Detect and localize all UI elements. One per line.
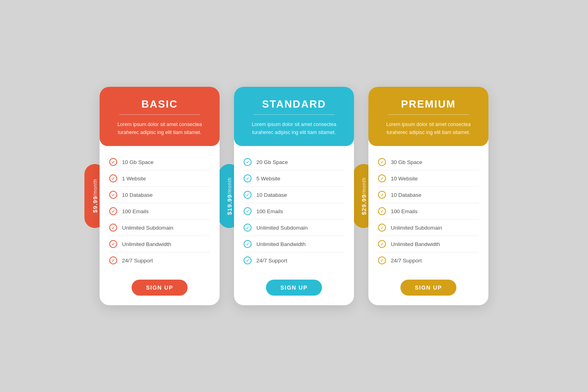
header-divider-basic (119, 114, 200, 115)
list-item: ✓ 1 Website (109, 170, 210, 187)
feature-label: 1 Website (122, 176, 146, 182)
list-item: ✓ Unlimited Subdomain (378, 220, 479, 236)
list-item: ✓ 100 Emails (244, 203, 344, 220)
list-item: ✓ 24/7 Support (244, 252, 344, 268)
card-body-basic: ✓ 10 Gb Space ✓ 1 Website ✓ 10 Database … (100, 146, 220, 305)
pricing-card-basic: BASIC Lorem ipsum dolor sit amet consect… (100, 87, 220, 305)
check-icon: ✓ (244, 240, 252, 248)
check-icon: ✓ (378, 191, 386, 199)
plan-description-premium: Lorem ipsum dolor sit amet consectea tur… (378, 120, 479, 136)
check-icon: ✓ (109, 191, 117, 199)
list-item: ✓ 10 Website (378, 170, 479, 187)
list-item: ✓ 20 Gb Space (244, 154, 344, 170)
feature-label: Unlimited Bandwidth (256, 241, 306, 247)
signup-button-standard[interactable]: SIGN UP (266, 280, 322, 296)
card-body-standard: ✓ 20 Gb Space ✓ 5 Website ✓ 10 Database … (234, 146, 354, 305)
check-icon: ✓ (378, 158, 386, 166)
feature-label: 24/7 Support (391, 258, 422, 264)
list-item: ✓ Unlimited Bandwidth (109, 236, 210, 252)
signup-button-basic[interactable]: SIGN UP (132, 280, 188, 296)
feature-label: 24/7 Support (122, 258, 153, 264)
feature-label: Unlimited Subdomain (256, 225, 308, 231)
plan-wrapper-premium: $29.99/month PREMIUM Lorem ipsum dolor s… (368, 87, 488, 305)
list-item: ✓ 24/7 Support (109, 252, 210, 268)
plan-name-standard: STANDARD (244, 98, 344, 110)
list-item: ✓ 100 Emails (109, 203, 210, 220)
check-icon: ✓ (378, 256, 386, 264)
feature-label: 10 Database (256, 192, 287, 198)
feature-label: Unlimited Bandwidth (391, 241, 440, 247)
feature-label: Unlimited Bandwidth (122, 241, 171, 247)
card-header-basic: BASIC Lorem ipsum dolor sit amet consect… (100, 87, 220, 146)
check-icon: ✓ (244, 191, 252, 199)
pricing-card-premium: PREMIUM Lorem ipsum dolor sit amet conse… (368, 87, 488, 305)
feature-label: 100 Emails (256, 208, 283, 214)
list-item: ✓ Unlimited Bandwidth (378, 236, 479, 252)
check-icon: ✓ (378, 207, 386, 215)
plan-wrapper-standard: $19.99/month STANDARD Lorem ipsum dolor … (234, 87, 354, 305)
feature-label: 10 Gb Space (122, 159, 154, 165)
check-icon: ✓ (244, 224, 252, 232)
card-body-premium: ✓ 30 Gb Space ✓ 10 Website ✓ 10 Database… (368, 146, 488, 305)
feature-label: 24/7 Support (256, 258, 287, 264)
feature-label: 10 Database (122, 192, 153, 198)
list-item: ✓ 5 Website (244, 170, 344, 187)
list-item: ✓ 24/7 Support (378, 252, 479, 268)
plan-wrapper-basic: $9.99/month BASIC Lorem ipsum dolor sit … (100, 87, 220, 305)
check-icon: ✓ (109, 174, 117, 182)
list-item: ✓ 10 Gb Space (109, 154, 210, 170)
feature-label: 30 Gb Space (391, 159, 422, 165)
list-item: ✓ 10 Database (378, 187, 479, 203)
plan-description-standard: Lorem ipsum dolor sit amet consectea tur… (244, 120, 344, 136)
signup-button-premium[interactable]: SIGN UP (400, 280, 456, 296)
feature-label: 20 Gb Space (256, 159, 288, 165)
feature-label: 100 Emails (391, 208, 418, 214)
card-header-standard: STANDARD Lorem ipsum dolor sit amet cons… (234, 87, 354, 146)
check-icon: ✓ (109, 240, 117, 248)
header-divider-premium (388, 114, 469, 115)
check-icon: ✓ (244, 174, 252, 182)
feature-label: Unlimited Subdomain (391, 225, 442, 231)
list-item: ✓ 100 Emails (378, 203, 479, 220)
check-icon: ✓ (244, 207, 252, 215)
check-icon: ✓ (244, 158, 252, 166)
check-icon: ✓ (109, 158, 117, 166)
check-icon: ✓ (109, 207, 117, 215)
list-item: ✓ Unlimited Subdomain (244, 220, 344, 236)
list-item: ✓ 30 Gb Space (378, 154, 479, 170)
list-item: ✓ Unlimited Subdomain (109, 220, 210, 236)
feature-list-premium: ✓ 30 Gb Space ✓ 10 Website ✓ 10 Database… (378, 154, 479, 268)
list-item: ✓ 10 Database (109, 187, 210, 203)
card-header-premium: PREMIUM Lorem ipsum dolor sit amet conse… (368, 87, 488, 146)
feature-label: 100 Emails (122, 208, 149, 214)
feature-list-basic: ✓ 10 Gb Space ✓ 1 Website ✓ 10 Database … (109, 154, 210, 268)
header-divider-standard (254, 114, 334, 115)
feature-label: 10 Database (391, 192, 422, 198)
check-icon: ✓ (378, 240, 386, 248)
check-icon: ✓ (378, 224, 386, 232)
plan-name-premium: PREMIUM (378, 98, 479, 110)
check-icon: ✓ (109, 256, 117, 264)
feature-label: 10 Website (391, 176, 418, 182)
list-item: ✓ Unlimited Bandwidth (244, 236, 344, 252)
plan-name-basic: BASIC (109, 98, 210, 110)
plan-description-basic: Lorem ipsum dolor sit amet consectea tur… (109, 120, 210, 136)
check-icon: ✓ (244, 256, 252, 264)
feature-label: 5 Website (256, 176, 280, 182)
feature-list-standard: ✓ 20 Gb Space ✓ 5 Website ✓ 10 Database … (244, 154, 344, 268)
check-icon: ✓ (109, 224, 117, 232)
pricing-container: $9.99/month BASIC Lorem ipsum dolor sit … (100, 87, 488, 305)
check-icon: ✓ (378, 174, 386, 182)
pricing-card-standard: STANDARD Lorem ipsum dolor sit amet cons… (234, 87, 354, 305)
feature-label: Unlimited Subdomain (122, 225, 173, 231)
list-item: ✓ 10 Database (244, 187, 344, 203)
